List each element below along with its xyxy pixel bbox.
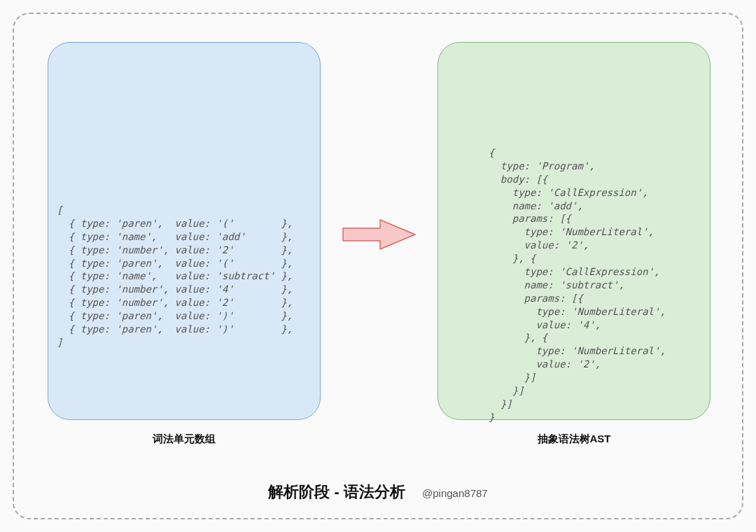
author-text: @pingan8787 [422,487,488,499]
tokens-code: [ { type: 'paren', value: '(' }, { type:… [57,204,312,349]
ast-panel: { type: 'Program', body: [{ type: 'CallE… [438,42,710,420]
arrow-icon [342,217,419,252]
title-text: 解析阶段 - 语法分析 [268,483,405,500]
right-caption: 抽象语法树AST [438,433,710,446]
diagram-title: 解析阶段 - 语法分析 @pingan8787 [0,482,756,503]
tokens-panel: [ { type: 'paren', value: '(' }, { type:… [48,42,321,420]
ast-code: { type: 'Program', body: [{ type: 'CallE… [489,146,701,424]
left-caption: 词法单元数组 [48,433,321,446]
svg-marker-0 [343,220,415,249]
